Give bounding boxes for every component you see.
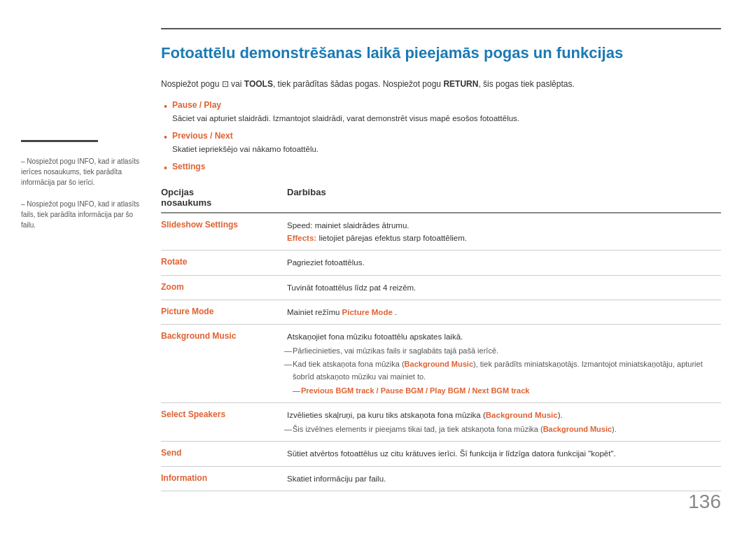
row-name-bgm: Background Music	[161, 330, 287, 341]
bgm-sub3: Previous BGM track / Pause BGM / Play BG…	[287, 385, 721, 398]
page-number: 136	[688, 491, 721, 513]
bgm-links: Previous BGM track / Pause BGM / Play BG…	[301, 386, 529, 395]
intro-text: Nospiežot pogu ⊡ vai TOOLS, tiek parādīt…	[161, 78, 721, 90]
table-row-picture-mode: Picture Mode Mainiet režīmu Picture Mode…	[161, 300, 721, 325]
bgm-sub2: Kad tiek atskaņota fona mūzika (Backgrou…	[287, 358, 721, 383]
intro-before: Nospiežot pogu	[161, 79, 222, 89]
zoom-desc: Tuvināt fotoattēlus līdz pat 4 reizēm.	[287, 283, 416, 292]
sidebar-note-2: – Nospiežot pogu INFO, kad ir atlasīts f…	[21, 199, 140, 230]
table-row-bgm: Background Music Atskaņojiet fona mūziku…	[161, 325, 721, 403]
row-name-zoom: Zoom	[161, 281, 287, 292]
sidebar: – Nospiežot pogu INFO, kad ir atlasīts i…	[0, 28, 140, 506]
slideshow-effects-desc: lietojiet pārejas efektus starp fotoattē…	[318, 234, 467, 242]
row-desc-zoom: Tuvināt fotoattēlus līdz pat 4 reizēm.	[287, 281, 721, 294]
intro-middle: vai TOOLS, tiek parādītas šādas pogas. N…	[231, 79, 575, 89]
sidebar-note-1: – Nospiežot pogu INFO, kad ir atlasīts i…	[21, 156, 140, 188]
table-header: Opcijasnosaukums Darbibas	[161, 187, 721, 213]
col-action-header: Darbibas	[287, 187, 721, 208]
table-row-information: Information Skatiet informāciju par fail…	[161, 467, 721, 491]
page-container: – Nospiežot pogu INFO, kad ir atlasīts i…	[0, 0, 756, 534]
send-desc: Sūtiet atvērtos fotoattēlus uz citu krāt…	[287, 449, 616, 458]
picture-mode-text1: Mainiet režīmu	[287, 308, 342, 316]
row-desc-bgm: Atskaņojiet fona mūziku fotoattēlu apska…	[287, 330, 721, 397]
bullet-desc-2: Skatiet iepriekšējo vai nākamo fotoattēl…	[172, 145, 318, 153]
intro-icon: ⊡	[222, 79, 229, 89]
picture-mode-text2: .	[395, 308, 397, 316]
speakers-main: Izvēlieties skaļruņi, pa kuru tiks atska…	[287, 411, 563, 419]
bullet-dot-1: •	[164, 99, 167, 114]
bullet-dot-3: •	[164, 160, 167, 176]
bullet-2: • Previous / Next Skatiet iepriekšējo va…	[161, 129, 721, 156]
row-name-information: Information	[161, 472, 287, 483]
bullet-3: • Settings	[161, 160, 721, 174]
col-name-header: Opcijasnosaukums	[161, 187, 287, 208]
table-row-send: Send Sūtiet atvērtos fotoattēlus uz citu…	[161, 442, 721, 466]
table-row-speakers: Select Speakers Izvēlieties skaļruņi, pa…	[161, 403, 721, 442]
main-content: Fotoattēlu demonstrēšanas laikā pieejamā…	[140, 28, 756, 506]
bgm-sub2-orange: Background Music	[405, 360, 473, 368]
table-section: Opcijasnosaukums Darbibas Slideshow Sett…	[161, 187, 721, 491]
row-name-rotate: Rotate	[161, 256, 287, 267]
bgm-sub1: Pārliecinieties, vai mūzikas fails ir sa…	[287, 345, 721, 358]
sidebar-top-bar	[21, 140, 98, 142]
top-line	[161, 28, 721, 29]
bullet-link-1[interactable]: Pause / Play	[172, 100, 221, 110]
speakers-orange2: Background Music	[543, 425, 612, 433]
row-name-picture-mode: Picture Mode	[161, 306, 287, 316]
rotate-desc: Pagrieziet fotoattēlus.	[287, 258, 365, 267]
row-desc-send: Sūtiet atvērtos fotoattēlus uz citu krāt…	[287, 447, 721, 460]
information-desc: Skatiet informāciju par failu.	[287, 475, 386, 483]
row-name-send: Send	[161, 447, 287, 458]
row-name-slideshow: Slideshow Settings	[161, 219, 287, 230]
bullet-dot-2: •	[164, 129, 167, 145]
table-row-slideshow: Slideshow Settings Speed: mainiet slaidr…	[161, 213, 721, 251]
col-name-label: Opcijasnosaukums	[161, 187, 211, 208]
slideshow-effects-label: Effects:	[287, 234, 316, 242]
row-desc-rotate: Pagrieziet fotoattēlus.	[287, 256, 721, 269]
bullet-link-2[interactable]: Previous / Next	[172, 131, 233, 141]
row-desc-speakers: Izvēlieties skaļruņi, pa kuru tiks atska…	[287, 409, 721, 435]
table-row-zoom: Zoom Tuvināt fotoattēlus līdz pat 4 reiz…	[161, 276, 721, 300]
speakers-orange1: Background Music	[486, 411, 558, 419]
bgm-main: Atskaņojiet fona mūziku fotoattēlu apska…	[287, 332, 463, 341]
bullet-desc-1: Sāciet vai apturiet slaidrādi. Izmantojo…	[172, 114, 519, 122]
row-desc-picture-mode: Mainiet režīmu Picture Mode .	[287, 306, 721, 318]
row-desc-information: Skatiet informāciju par failu.	[287, 472, 721, 485]
bullet-link-3[interactable]: Settings	[172, 162, 205, 171]
row-desc-slideshow: Speed: mainiet slaidrādes ātrumu. Effect…	[287, 219, 721, 245]
table-row-rotate: Rotate Pagrieziet fotoattēlus.	[161, 251, 721, 275]
slideshow-speed: Speed: mainiet slaidrādes ātrumu.	[287, 221, 410, 230]
page-title: Fotoattēlu demonstrēšanas laikā pieejamā…	[161, 43, 721, 64]
speakers-sub1: Šis izvēlnes elements ir pieejams tikai …	[287, 423, 721, 436]
bullet-1: • Pause / Play Sāciet vai apturiet slaid…	[161, 99, 721, 125]
picture-mode-orange: Picture Mode	[342, 308, 393, 316]
row-name-speakers: Select Speakers	[161, 409, 287, 419]
